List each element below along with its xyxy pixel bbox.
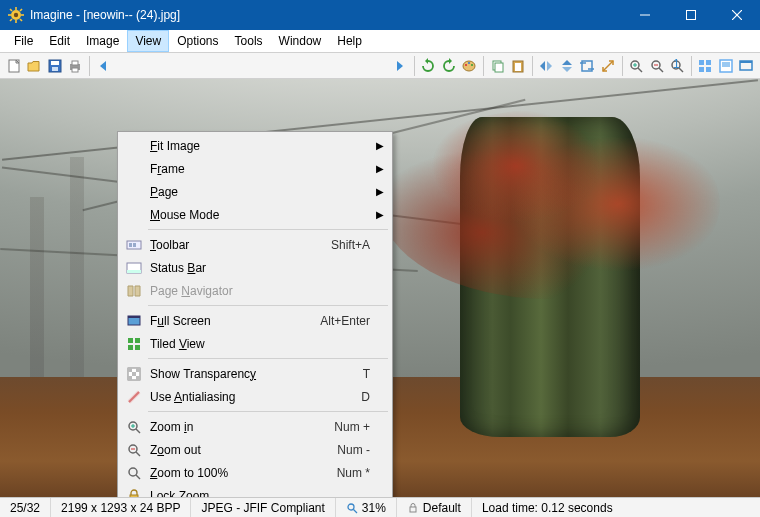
maximize-button[interactable] [668,0,714,30]
statusbar-icon [125,259,143,277]
svg-rect-20 [72,68,78,72]
magnifier-icon [346,502,358,514]
flip-h-icon[interactable] [537,55,556,77]
menu-toolbar[interactable]: ToolbarShift+A [120,233,390,256]
svg-rect-57 [128,338,133,343]
svg-line-7 [20,9,22,11]
zoom-100-icon[interactable]: 1 [667,55,686,77]
paste-icon[interactable] [508,55,527,77]
menu-window[interactable]: Window [271,30,330,52]
menu-status-bar[interactable]: Status Bar [120,256,390,279]
menu-tools[interactable]: Tools [227,30,271,52]
view-single-icon[interactable] [716,55,735,77]
svg-rect-59 [128,345,133,350]
menu-page[interactable]: Page▶ [120,180,390,203]
svg-rect-62 [128,368,132,372]
menu-bar: File Edit Image View Options Tools Windo… [0,30,760,52]
fullscreen-icon [125,312,143,330]
svg-point-9 [14,13,18,17]
menu-options[interactable]: Options [169,30,226,52]
zoom-out-icon[interactable] [647,55,666,77]
crop-icon[interactable] [578,55,597,77]
svg-point-24 [471,63,473,65]
menu-zoom-100[interactable]: Zoom to 100%Num * [120,461,390,484]
svg-line-5 [10,9,12,11]
svg-rect-49 [740,61,752,63]
svg-line-37 [659,68,663,72]
palette-icon[interactable] [460,55,479,77]
lock-icon [125,487,143,498]
copy-icon[interactable] [488,55,507,77]
menu-file[interactable]: File [6,30,41,52]
zoom-in-icon[interactable] [626,55,645,77]
svg-rect-66 [136,376,140,380]
close-button[interactable] [714,0,760,30]
prev-icon[interactable] [94,55,113,77]
menu-edit[interactable]: Edit [41,30,78,52]
menu-antialiasing[interactable]: Use AntialiasingD [120,385,390,408]
menu-tiled-view[interactable]: Tiled View [120,332,390,355]
svg-line-8 [10,19,12,21]
svg-rect-28 [515,63,521,71]
image-viewport[interactable]: Fit Image▶ Frame▶ Page▶ Mouse Mode▶ Tool… [0,79,760,497]
book-icon [125,282,143,300]
svg-rect-76 [130,495,138,498]
rotate-right-icon[interactable] [439,55,458,77]
svg-rect-52 [133,243,136,247]
rotate-left-icon[interactable] [419,55,438,77]
zoom-out-icon [125,441,143,459]
svg-rect-47 [722,62,730,67]
status-loadtime: Load time: 0.12 seconds [472,498,623,517]
fullscreen-icon[interactable] [737,55,756,77]
menu-view[interactable]: View [127,30,169,52]
window-buttons [622,0,760,30]
open-icon[interactable] [24,55,43,77]
svg-rect-44 [699,67,704,72]
svg-rect-26 [495,63,503,72]
svg-point-78 [348,504,354,510]
toolbar: 1 [0,52,760,79]
menu-help[interactable]: Help [329,30,370,52]
svg-rect-60 [135,345,140,350]
svg-rect-42 [699,60,704,65]
status-counter: 25/32 [0,498,51,517]
svg-point-74 [129,468,137,476]
new-icon[interactable] [4,55,23,77]
status-dimensions: 2199 x 1293 x 24 BPP [51,498,191,517]
view-tiled-icon[interactable] [696,55,715,77]
transparency-icon [125,365,143,383]
svg-line-6 [20,19,22,21]
svg-rect-56 [128,316,140,318]
svg-rect-43 [706,60,711,65]
svg-rect-64 [132,372,136,376]
svg-point-22 [465,63,467,65]
menu-mouse-mode[interactable]: Mouse Mode▶ [120,203,390,226]
menu-image[interactable]: Image [78,30,127,52]
svg-rect-16 [51,61,59,65]
print-icon[interactable] [65,55,84,77]
app-icon [8,7,24,23]
svg-rect-63 [136,368,140,372]
svg-line-68 [136,429,140,433]
menu-frame[interactable]: Frame▶ [120,157,390,180]
save-icon[interactable] [45,55,64,77]
menu-full-screen[interactable]: Full ScreenAlt+Enter [120,309,390,332]
menu-zoom-out[interactable]: Zoom outNum - [120,438,390,461]
svg-line-79 [353,509,357,513]
menu-zoom-in[interactable]: Zoom inNum + [120,415,390,438]
antialias-icon [125,388,143,406]
menu-page-navigator: Page Navigator [120,279,390,302]
svg-text:1: 1 [673,58,680,71]
lock-icon [407,502,419,514]
minimize-button[interactable] [622,0,668,30]
next-icon[interactable] [390,55,409,77]
menu-fit-image[interactable]: Fit Image▶ [120,134,390,157]
svg-rect-51 [129,243,132,247]
svg-rect-58 [135,338,140,343]
menu-show-transparency[interactable]: Show TransparencyT [120,362,390,385]
window-title: Imagine - [neowin-- (24).jpg] [30,8,180,22]
flip-v-icon[interactable] [557,55,576,77]
svg-line-33 [638,68,642,72]
menu-lock-zoom[interactable]: Lock Zoom [120,484,390,497]
resize-icon[interactable] [598,55,617,77]
